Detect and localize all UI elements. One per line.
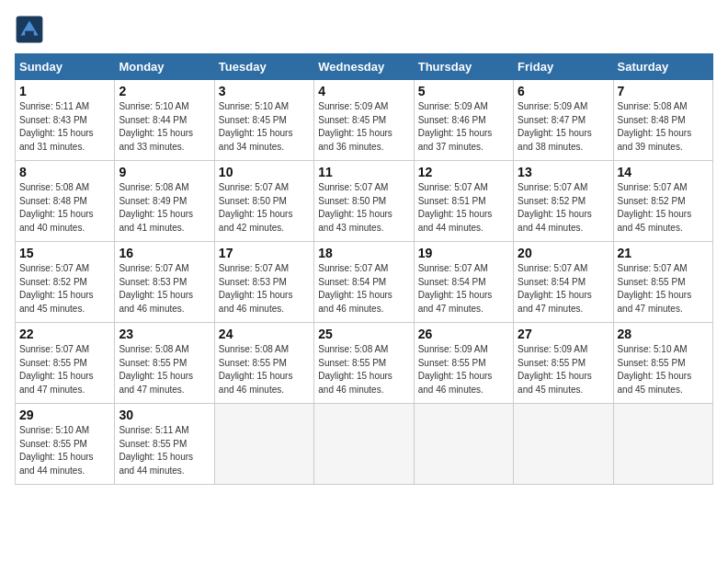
- calendar-week-row: 8 Sunrise: 5:08 AMSunset: 8:48 PMDayligh…: [16, 161, 713, 242]
- day-number: 11: [318, 165, 409, 179]
- day-info: Sunrise: 5:08 AMSunset: 8:55 PMDaylight:…: [219, 343, 310, 396]
- logo: [15, 15, 50, 44]
- calendar-header-cell: Wednesday: [314, 54, 414, 80]
- calendar-header-cell: Sunday: [16, 54, 115, 80]
- day-info: Sunrise: 5:10 AMSunset: 8:45 PMDaylight:…: [219, 100, 310, 154]
- calendar-day-cell: 9 Sunrise: 5:08 AMSunset: 8:49 PMDayligh…: [115, 161, 214, 242]
- day-number: 20: [518, 246, 609, 260]
- calendar-day-cell: 6 Sunrise: 5:09 AMSunset: 8:47 PMDayligh…: [514, 80, 613, 161]
- calendar-day-cell: 5 Sunrise: 5:09 AMSunset: 8:46 PMDayligh…: [414, 80, 513, 161]
- day-info: Sunrise: 5:10 AMSunset: 8:55 PMDaylight:…: [19, 424, 110, 477]
- day-number: 18: [318, 246, 409, 260]
- day-info: Sunrise: 5:07 AMSunset: 8:53 PMDaylight:…: [219, 262, 310, 316]
- calendar-day-cell: 26 Sunrise: 5:09 AMSunset: 8:55 PMDaylig…: [414, 323, 513, 404]
- calendar-day-cell: 23 Sunrise: 5:08 AMSunset: 8:55 PMDaylig…: [115, 323, 214, 404]
- calendar-day-cell: 12 Sunrise: 5:07 AMSunset: 8:51 PMDaylig…: [414, 161, 513, 242]
- day-number: 25: [318, 327, 409, 341]
- calendar-header-cell: Friday: [514, 54, 613, 80]
- day-info: Sunrise: 5:07 AMSunset: 8:51 PMDaylight:…: [418, 181, 509, 235]
- calendar-day-cell: 30 Sunrise: 5:11 AMSunset: 8:55 PMDaylig…: [115, 404, 214, 485]
- calendar-day-cell: 21 Sunrise: 5:07 AMSunset: 8:55 PMDaylig…: [613, 242, 712, 323]
- day-info: Sunrise: 5:11 AMSunset: 8:55 PMDaylight:…: [119, 424, 210, 477]
- calendar-day-cell: 4 Sunrise: 5:09 AMSunset: 8:45 PMDayligh…: [314, 80, 414, 161]
- day-number: 9: [119, 165, 210, 179]
- day-info: Sunrise: 5:08 AMSunset: 8:49 PMDaylight:…: [119, 181, 210, 235]
- day-info: Sunrise: 5:09 AMSunset: 8:55 PMDaylight:…: [418, 343, 509, 396]
- calendar-day-cell: 25 Sunrise: 5:08 AMSunset: 8:55 PMDaylig…: [314, 323, 414, 404]
- day-info: Sunrise: 5:08 AMSunset: 8:55 PMDaylight:…: [119, 343, 210, 396]
- day-number: 30: [119, 408, 210, 422]
- day-info: Sunrise: 5:07 AMSunset: 8:55 PMDaylight:…: [19, 343, 110, 396]
- calendar-day-cell: 20 Sunrise: 5:07 AMSunset: 8:54 PMDaylig…: [514, 242, 613, 323]
- day-info: Sunrise: 5:09 AMSunset: 8:46 PMDaylight:…: [418, 100, 509, 154]
- day-info: Sunrise: 5:07 AMSunset: 8:54 PMDaylight:…: [318, 262, 409, 316]
- day-info: Sunrise: 5:07 AMSunset: 8:54 PMDaylight:…: [418, 262, 509, 316]
- calendar-day-cell: 17 Sunrise: 5:07 AMSunset: 8:53 PMDaylig…: [214, 242, 313, 323]
- calendar-day-cell: 1 Sunrise: 5:11 AMSunset: 8:43 PMDayligh…: [16, 80, 115, 161]
- calendar-day-cell: 13 Sunrise: 5:07 AMSunset: 8:52 PMDaylig…: [514, 161, 613, 242]
- day-info: Sunrise: 5:11 AMSunset: 8:43 PMDaylight:…: [19, 100, 110, 154]
- calendar-body: 1 Sunrise: 5:11 AMSunset: 8:43 PMDayligh…: [16, 80, 713, 485]
- calendar-header-cell: Thursday: [414, 54, 513, 80]
- day-info: Sunrise: 5:07 AMSunset: 8:52 PMDaylight:…: [518, 181, 609, 235]
- day-number: 1: [19, 84, 110, 98]
- calendar-table: SundayMondayTuesdayWednesdayThursdayFrid…: [15, 53, 713, 485]
- day-number: 16: [119, 246, 210, 260]
- calendar-header-cell: Tuesday: [214, 54, 313, 80]
- day-info: Sunrise: 5:09 AMSunset: 8:45 PMDaylight:…: [318, 100, 409, 154]
- calendar-day-cell: 3 Sunrise: 5:10 AMSunset: 8:45 PMDayligh…: [214, 80, 313, 161]
- calendar-day-cell: [514, 404, 613, 485]
- day-number: 27: [518, 327, 609, 341]
- day-info: Sunrise: 5:08 AMSunset: 8:55 PMDaylight:…: [318, 343, 409, 396]
- day-info: Sunrise: 5:08 AMSunset: 8:48 PMDaylight:…: [19, 181, 110, 235]
- calendar-header-row: SundayMondayTuesdayWednesdayThursdayFrid…: [16, 54, 713, 80]
- calendar-day-cell: 24 Sunrise: 5:08 AMSunset: 8:55 PMDaylig…: [214, 323, 313, 404]
- calendar-day-cell: 2 Sunrise: 5:10 AMSunset: 8:44 PMDayligh…: [115, 80, 214, 161]
- calendar-day-cell: 27 Sunrise: 5:09 AMSunset: 8:55 PMDaylig…: [514, 323, 613, 404]
- logo-icon: [15, 15, 44, 44]
- day-number: 2: [119, 84, 210, 98]
- day-number: 22: [19, 327, 110, 341]
- day-info: Sunrise: 5:07 AMSunset: 8:53 PMDaylight:…: [119, 262, 210, 316]
- day-info: Sunrise: 5:09 AMSunset: 8:47 PMDaylight:…: [518, 100, 609, 154]
- day-info: Sunrise: 5:10 AMSunset: 8:44 PMDaylight:…: [119, 100, 210, 154]
- calendar-day-cell: [314, 404, 414, 485]
- calendar-day-cell: [414, 404, 513, 485]
- svg-rect-2: [25, 31, 34, 37]
- calendar-day-cell: 10 Sunrise: 5:07 AMSunset: 8:50 PMDaylig…: [214, 161, 313, 242]
- day-number: 6: [518, 84, 609, 98]
- day-number: 7: [618, 84, 709, 98]
- calendar-day-cell: 8 Sunrise: 5:08 AMSunset: 8:48 PMDayligh…: [16, 161, 115, 242]
- calendar-week-row: 15 Sunrise: 5:07 AMSunset: 8:52 PMDaylig…: [16, 242, 713, 323]
- page-header: [15, 15, 713, 44]
- day-number: 26: [418, 327, 509, 341]
- calendar-day-cell: 15 Sunrise: 5:07 AMSunset: 8:52 PMDaylig…: [16, 242, 115, 323]
- day-number: 12: [418, 165, 509, 179]
- calendar-header-cell: Saturday: [613, 54, 712, 80]
- day-info: Sunrise: 5:08 AMSunset: 8:48 PMDaylight:…: [618, 100, 709, 154]
- calendar-day-cell: [613, 404, 712, 485]
- day-info: Sunrise: 5:07 AMSunset: 8:50 PMDaylight:…: [219, 181, 310, 235]
- calendar-day-cell: 18 Sunrise: 5:07 AMSunset: 8:54 PMDaylig…: [314, 242, 414, 323]
- calendar-day-cell: [214, 404, 313, 485]
- day-number: 4: [318, 84, 409, 98]
- calendar-day-cell: 19 Sunrise: 5:07 AMSunset: 8:54 PMDaylig…: [414, 242, 513, 323]
- calendar-week-row: 1 Sunrise: 5:11 AMSunset: 8:43 PMDayligh…: [16, 80, 713, 161]
- day-number: 19: [418, 246, 509, 260]
- day-info: Sunrise: 5:07 AMSunset: 8:55 PMDaylight:…: [618, 262, 709, 316]
- calendar-week-row: 29 Sunrise: 5:10 AMSunset: 8:55 PMDaylig…: [16, 404, 713, 485]
- day-number: 28: [618, 327, 709, 341]
- calendar-week-row: 22 Sunrise: 5:07 AMSunset: 8:55 PMDaylig…: [16, 323, 713, 404]
- day-number: 15: [19, 246, 110, 260]
- day-info: Sunrise: 5:07 AMSunset: 8:50 PMDaylight:…: [318, 181, 409, 235]
- day-number: 5: [418, 84, 509, 98]
- calendar-day-cell: 14 Sunrise: 5:07 AMSunset: 8:52 PMDaylig…: [613, 161, 712, 242]
- calendar-day-cell: 16 Sunrise: 5:07 AMSunset: 8:53 PMDaylig…: [115, 242, 214, 323]
- day-info: Sunrise: 5:07 AMSunset: 8:52 PMDaylight:…: [19, 262, 110, 316]
- day-number: 23: [119, 327, 210, 341]
- calendar-day-cell: 11 Sunrise: 5:07 AMSunset: 8:50 PMDaylig…: [314, 161, 414, 242]
- day-number: 24: [219, 327, 310, 341]
- calendar-day-cell: 29 Sunrise: 5:10 AMSunset: 8:55 PMDaylig…: [16, 404, 115, 485]
- calendar-day-cell: 28 Sunrise: 5:10 AMSunset: 8:55 PMDaylig…: [613, 323, 712, 404]
- calendar-day-cell: 7 Sunrise: 5:08 AMSunset: 8:48 PMDayligh…: [613, 80, 712, 161]
